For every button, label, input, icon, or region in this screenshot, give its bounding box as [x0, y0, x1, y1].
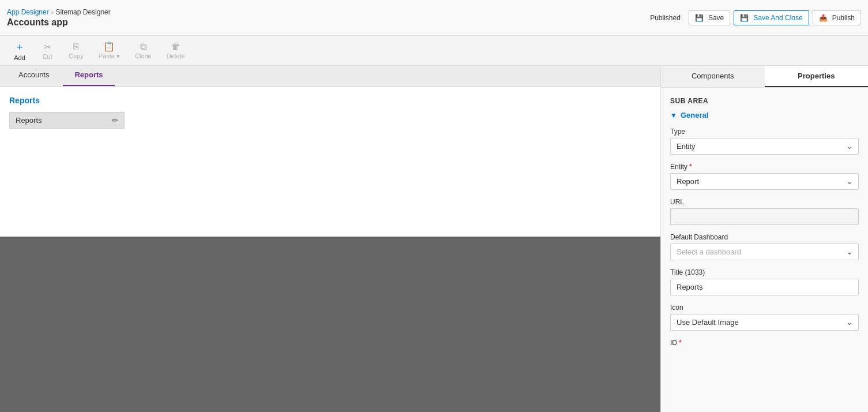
sub-area-label: Reports	[16, 116, 42, 125]
top-bar: App Designer › Sitemap Designer Accounts…	[0, 0, 868, 36]
save-close-icon: 💾	[740, 14, 749, 22]
entity-select[interactable]: Report Account Contact Lead	[670, 173, 859, 190]
field-group-icon: Icon Use Default Image Custom Icon	[670, 304, 859, 331]
panel-tab-properties[interactable]: Properties	[765, 66, 869, 87]
paste-icon: 📋	[103, 41, 115, 52]
top-bar-right: Published 💾 Save 💾 Save And Close 📤 Publ…	[650, 10, 861, 25]
section-header-reports[interactable]: Reports	[9, 96, 651, 105]
type-select-wrapper[interactable]: Entity URL Web Resource Custom	[670, 138, 859, 155]
id-required: *	[679, 339, 682, 347]
breadcrumb-chevron: ›	[51, 9, 54, 16]
main-layout: Accounts Reports Reports Reports ✏ Compo…	[0, 66, 868, 412]
tab-bar: Accounts Reports	[0, 66, 660, 87]
collapse-icon: ▼	[670, 111, 677, 119]
add-button[interactable]: ＋ Add	[7, 37, 32, 64]
field-group-id: ID *	[670, 339, 859, 347]
default-dashboard-label: Default Dashboard	[670, 233, 859, 241]
canvas-footer	[0, 237, 660, 412]
field-group-entity: Entity * Report Account Contact Lead	[670, 163, 859, 190]
add-icon: ＋	[14, 40, 25, 54]
field-group-url: URL	[670, 198, 859, 225]
app-title: Accounts app	[7, 17, 111, 28]
canvas-content: Reports Reports ✏	[0, 87, 660, 237]
panel-tab-components[interactable]: Components	[661, 66, 765, 87]
cut-button[interactable]: ✂ Cut	[35, 39, 60, 63]
field-group-type: Type Entity URL Web Resource Custom	[670, 128, 859, 155]
canvas-area: Accounts Reports Reports Reports ✏	[0, 66, 660, 412]
breadcrumb-sitemap-designer: Sitemap Designer	[55, 8, 110, 16]
icon-select-wrapper[interactable]: Use Default Image Custom Icon	[670, 314, 859, 331]
field-group-default-dashboard: Default Dashboard Select a dashboard	[670, 233, 859, 260]
default-dashboard-select[interactable]: Select a dashboard	[670, 244, 859, 260]
general-collapse-header[interactable]: ▼ General	[670, 111, 859, 119]
entity-label: Entity *	[670, 163, 859, 171]
panel-tabs: Components Properties	[661, 66, 868, 88]
delete-icon: 🗑	[171, 42, 181, 52]
panel-content: SUB AREA ▼ General Type Entity URL Web R…	[661, 88, 868, 362]
published-label: Published	[650, 14, 681, 22]
save-button[interactable]: 💾 Save	[689, 10, 730, 25]
id-label: ID *	[670, 339, 859, 347]
save-and-close-button[interactable]: 💾 Save And Close	[734, 10, 809, 25]
clone-icon: ⧉	[140, 42, 146, 52]
cut-icon: ✂	[44, 42, 51, 53]
save-icon: 💾	[695, 14, 704, 22]
delete-button[interactable]: 🗑 Delete	[160, 39, 191, 62]
top-bar-left: App Designer › Sitemap Designer Accounts…	[7, 8, 111, 28]
sub-area-item-reports[interactable]: Reports ✏	[9, 112, 125, 129]
right-panel: Components Properties SUB AREA ▼ General…	[660, 66, 868, 412]
breadcrumb-app-designer[interactable]: App Designer	[7, 8, 49, 16]
icon-select[interactable]: Use Default Image Custom Icon	[670, 314, 859, 331]
type-label: Type	[670, 128, 859, 136]
edit-icon[interactable]: ✏	[112, 116, 118, 125]
sub-area-title: SUB AREA	[670, 97, 859, 105]
title-input[interactable]	[670, 279, 859, 295]
toolbar: ＋ Add ✂ Cut ⎘ Copy 📋 Paste ▾ ⧉ Clone 🗑 D…	[0, 36, 868, 66]
clone-button[interactable]: ⧉ Clone	[129, 39, 158, 62]
publish-button[interactable]: 📤 Publish	[813, 10, 861, 25]
copy-button[interactable]: ⎘ Copy	[62, 39, 90, 62]
url-input[interactable]	[670, 208, 859, 225]
publish-icon: 📤	[819, 14, 828, 22]
url-label: URL	[670, 198, 859, 206]
type-select[interactable]: Entity URL Web Resource Custom	[670, 138, 859, 155]
breadcrumb: App Designer › Sitemap Designer	[7, 8, 111, 16]
default-dashboard-select-wrapper[interactable]: Select a dashboard	[670, 244, 859, 260]
field-group-title: Title (1033)	[670, 268, 859, 295]
entity-select-wrapper[interactable]: Report Account Contact Lead	[670, 173, 859, 190]
tab-accounts[interactable]: Accounts	[7, 66, 61, 86]
copy-icon: ⎘	[73, 42, 79, 52]
general-label: General	[681, 111, 708, 119]
tab-reports[interactable]: Reports	[63, 66, 114, 86]
paste-button[interactable]: 📋 Paste ▾	[92, 38, 126, 63]
icon-label: Icon	[670, 304, 859, 312]
title-label: Title (1033)	[670, 268, 859, 276]
entity-required: *	[689, 163, 692, 171]
